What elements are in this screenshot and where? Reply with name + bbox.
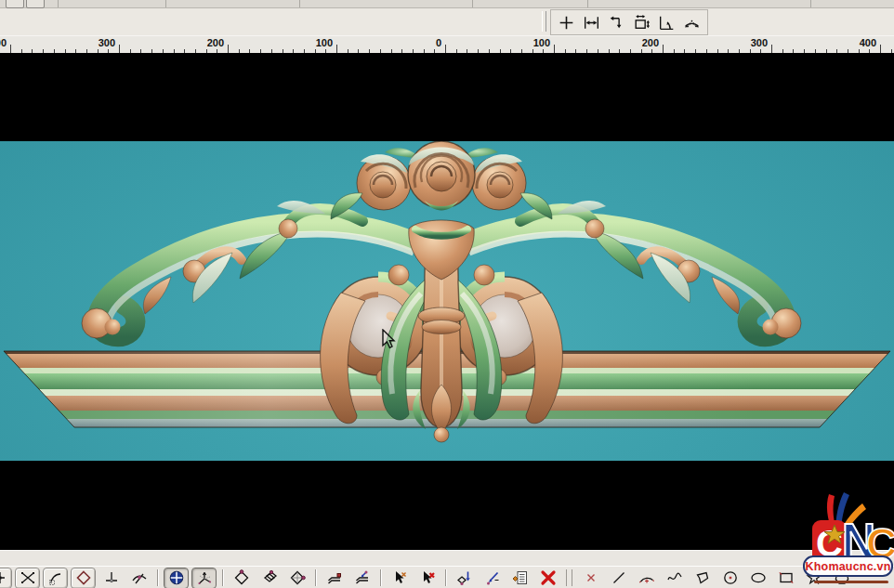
angle-measure-icon[interactable] — [654, 12, 679, 33]
arc-measure-icon[interactable] — [679, 12, 704, 33]
view-plane-xy-icon[interactable] — [229, 568, 254, 588]
snap-nearest-icon[interactable] — [126, 568, 151, 588]
bounds-measure-icon[interactable] — [629, 12, 654, 33]
star-icon — [822, 522, 848, 548]
clipped-button[interactable] — [26, 0, 45, 8]
point-tool-icon[interactable] — [578, 568, 603, 588]
snap-perpendicular-icon[interactable] — [99, 568, 124, 588]
line-tool-icon[interactable] — [606, 568, 631, 588]
ruler-tick — [663, 45, 664, 53]
distance-measure-icon[interactable] — [579, 12, 604, 33]
align-layer-icon[interactable] — [322, 568, 347, 588]
toolbar-separator — [472, 0, 473, 7]
ruler-tick — [119, 45, 120, 53]
toolbar-separator — [587, 0, 588, 7]
ruler-label: 300 — [99, 37, 115, 48]
measure-toolbar-row — [0, 8, 894, 35]
ruler-tick — [336, 45, 337, 53]
snap-endpoint-icon[interactable] — [0, 568, 12, 588]
ruler-label: 0 — [436, 37, 441, 48]
view-plane-xz-icon[interactable] — [256, 568, 282, 588]
arc-tool-icon[interactable] — [634, 568, 659, 588]
horizontal-ruler: 4003002001000100200300400 — [0, 35, 894, 54]
circle-tool-icon[interactable] — [717, 568, 743, 588]
select-list-icon[interactable] — [507, 568, 532, 588]
spline-tool-icon[interactable] — [662, 568, 687, 588]
snap-intersection-icon[interactable] — [15, 568, 40, 588]
relief-viewport[interactable] — [0, 141, 894, 461]
toolbar-separator — [222, 569, 223, 586]
toolbar-separator — [445, 569, 446, 586]
toolbar-separator — [315, 569, 316, 586]
delete-all-icon[interactable] — [535, 568, 560, 588]
ruler-label: 300 — [751, 37, 768, 48]
application-window: 4003002001000100200300400 — [0, 0, 894, 588]
logo-underline — [814, 581, 888, 583]
rectangle-tool-icon[interactable] — [773, 568, 798, 588]
status-bar — [0, 550, 894, 567]
path-measure-icon[interactable] — [604, 12, 629, 33]
ruler-label: 400 — [860, 37, 876, 48]
snap-tangent-icon[interactable] — [43, 568, 68, 588]
center-rose — [408, 141, 475, 211]
toolbar-separator — [810, 0, 811, 7]
toolbar-separator — [157, 569, 158, 586]
measure-toolbar — [550, 9, 708, 35]
axis-snap-icon[interactable] — [191, 568, 217, 588]
cnc-watermark-logo: C N C Khomaucnc.vn — [810, 487, 894, 588]
deselect-point-icon[interactable] — [387, 568, 412, 588]
ruler-label: 200 — [642, 37, 659, 48]
toolbar-separator — [566, 569, 572, 586]
ruler-tick — [771, 45, 772, 53]
ruler-label: 400 — [0, 37, 7, 48]
ellipse-tool-icon[interactable] — [745, 568, 770, 588]
project-point-icon[interactable] — [452, 568, 477, 588]
delete-selection-icon[interactable] — [414, 568, 440, 588]
snap-quadrant-icon[interactable] — [71, 568, 96, 588]
toolbar-separator — [165, 0, 166, 7]
logo-caption: Khomaucnc.vn — [803, 555, 893, 577]
ruler-label: 100 — [316, 37, 333, 48]
toolbar-separator — [380, 569, 381, 586]
toolbar-grip[interactable] — [542, 11, 546, 32]
ruler-label: 100 — [533, 37, 550, 48]
polyline-tool-icon[interactable] — [690, 568, 715, 588]
move-layer-icon[interactable] — [349, 568, 375, 588]
ruler-label: 200 — [207, 37, 224, 48]
model-canvas[interactable] — [0, 53, 894, 550]
mouse-cursor — [381, 329, 400, 351]
toolbar-separator — [299, 0, 300, 7]
ruler-tick — [228, 45, 229, 53]
ruler-tick — [10, 45, 11, 53]
clipped-toolbar-strip — [0, 0, 894, 8]
grid-snap-icon[interactable] — [164, 568, 189, 588]
clipped-button[interactable] — [6, 0, 24, 8]
toolbar-separator — [58, 0, 59, 7]
relief-ornament — [0, 141, 894, 461]
pick-vector-icon[interactable] — [480, 568, 505, 588]
ruler-tick — [880, 45, 881, 53]
view-plane-yz-icon[interactable] — [284, 568, 309, 588]
point-measure-icon[interactable] — [554, 12, 579, 33]
ruler-tick — [445, 45, 446, 53]
bottom-toolbar — [0, 566, 894, 588]
ruler-tick — [554, 45, 555, 53]
